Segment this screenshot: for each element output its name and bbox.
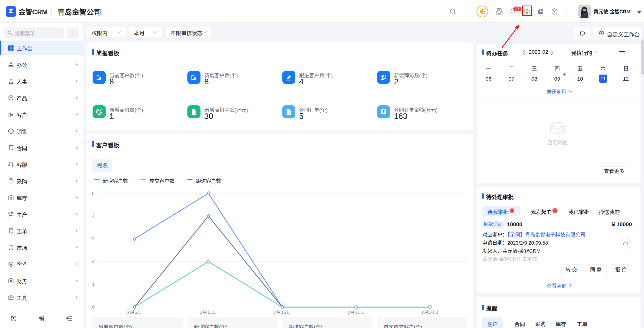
svg-text:2月16日: 2月16日 <box>273 310 291 315</box>
svg-text:4: 4 <box>92 213 95 219</box>
svg-text:2: 2 <box>92 259 95 264</box>
svg-text:2月6日: 2月6日 <box>127 310 142 315</box>
svg-text:1: 1 <box>92 282 95 287</box>
svg-text:0: 0 <box>92 304 95 310</box>
svg-text:2月28日: 2月28日 <box>421 310 439 315</box>
svg-text:2月11日: 2月11日 <box>200 310 217 315</box>
svg-text:2月21日: 2月21日 <box>347 310 365 315</box>
svg-text:5: 5 <box>92 191 95 196</box>
svg-text:3: 3 <box>92 236 95 241</box>
